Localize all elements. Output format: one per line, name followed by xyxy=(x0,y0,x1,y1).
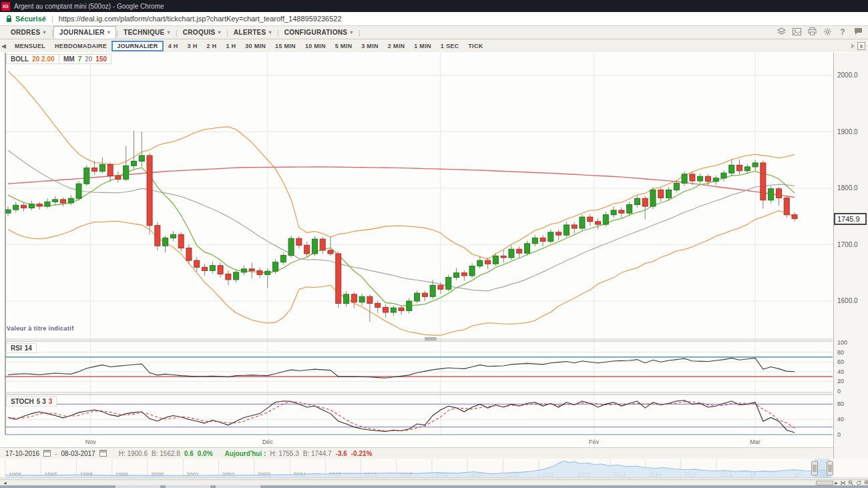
stoch-param-d: 3 xyxy=(49,398,53,405)
timeframe-4-h[interactable]: 4 H xyxy=(164,41,183,51)
ig-logo-icon: IG xyxy=(1,2,10,11)
url-bar[interactable]: Sécurisé | https://deal.ig.com/platform/… xyxy=(0,12,868,26)
padlock-icon xyxy=(6,15,12,23)
mm-period-20: 20 xyxy=(85,55,92,63)
history-timeline[interactable]: 1996199719981999200020012002200320042005… xyxy=(0,459,868,479)
price-tick-label: 1700.0 xyxy=(837,241,858,248)
scrollbar-thumb[interactable] xyxy=(816,481,833,485)
timeframe-1-h[interactable]: 1 H xyxy=(221,41,240,51)
timeframe-hebdomadaire[interactable]: HEBDOMADAIRE xyxy=(50,41,112,51)
secure-label[interactable]: Sécurisé xyxy=(15,15,46,23)
timeframe-15-min[interactable]: 15 MIN xyxy=(270,41,300,51)
price-axis[interactable]: 1745.9 2000.01900.01800.01700.01600.0100… xyxy=(833,53,868,459)
period-low: B: 1562.8 xyxy=(152,450,180,457)
rsi-tick-label: 40 xyxy=(837,369,844,375)
mm-period-150: 150 xyxy=(95,55,107,63)
today-change-pct: -0.21% xyxy=(351,450,373,457)
timeframe-mensuel[interactable]: MENSUEL xyxy=(10,41,50,51)
horizontal-scrollbar[interactable]: ◄ ► xyxy=(0,479,868,485)
svg-text:?: ? xyxy=(840,27,845,36)
period-change: 0.6 xyxy=(184,450,194,457)
price-tick-label: 1600.0 xyxy=(837,297,858,304)
rsi-legend[interactable]: RSI 14 xyxy=(6,343,37,353)
timeframe-tick[interactable]: TICK xyxy=(463,41,487,51)
taskbar-button[interactable] xyxy=(166,485,210,488)
timeframe-1-sec[interactable]: 1 SEC xyxy=(436,41,464,51)
menu-bar: ORDRES▾|JOURNALIER▾|TECHNIQUE▾|CROQUIS▾|… xyxy=(0,26,868,39)
timeframe-3-min[interactable]: 3 MIN xyxy=(357,41,383,51)
rsi-param: 14 xyxy=(25,344,32,352)
url-separator: | xyxy=(51,15,53,23)
date-dash: - xyxy=(55,450,57,457)
price-tick-label: 1800.0 xyxy=(837,184,858,192)
date-to[interactable]: 08-03-2017 xyxy=(61,450,95,457)
menu-item-ordres[interactable]: ORDRES▾ xyxy=(5,27,51,38)
mm-legend[interactable]: MM 7 20 150 xyxy=(59,54,112,64)
timeframe-2-h[interactable]: 2 H xyxy=(202,41,221,51)
today-label: Aujourd'hui : xyxy=(225,450,266,457)
printer-icon[interactable] xyxy=(807,27,817,36)
feedback-icon[interactable] xyxy=(853,27,863,36)
today-change: -3.6 xyxy=(336,450,347,457)
timeframe-bar: ◀ MENSUELHEBDOMADAIREJOURNALIER4 H3 H2 H… xyxy=(0,39,868,52)
window-title: Argent au comptant mini (500oz) - Google… xyxy=(14,3,164,10)
window-titlebar: IG Argent au comptant mini (500oz) - Goo… xyxy=(0,0,868,12)
rsi-tick-label: 100 xyxy=(837,339,847,346)
period-change-pct: 0.0% xyxy=(198,450,213,457)
menu-item-journalier[interactable]: JOURNALIER▾ xyxy=(53,26,116,39)
stoch-params: 5 3 xyxy=(37,398,46,405)
boll-params: 20 2.00 xyxy=(32,55,54,63)
menu-item-technique[interactable]: TECHNIQUE▾ xyxy=(118,27,176,38)
date-from[interactable]: 17-10-2016 xyxy=(5,450,39,457)
calendar-icon[interactable] xyxy=(99,450,107,457)
stoch-legend[interactable]: STOCH 5 3 3 xyxy=(6,397,57,407)
period-high: H: 1900.6 xyxy=(119,450,148,457)
price-tick-label: 1900.0 xyxy=(837,128,858,136)
url-text[interactable]: https://deal.ig.com/platform/chart/tickc… xyxy=(59,15,342,23)
menu-item-croquis[interactable]: CROQUIS▾ xyxy=(178,27,226,38)
last-price-box: 1745.9 xyxy=(834,213,867,225)
taskbar-button[interactable] xyxy=(216,485,260,488)
layers-icon[interactable] xyxy=(777,27,786,36)
image-icon[interactable] xyxy=(792,27,801,36)
toolbar-icons: ? xyxy=(777,27,863,36)
status-bar: 17-10-2016 - 08-03-2017 H: 1900.6 B: 156… xyxy=(0,447,833,459)
timeframe-30-min[interactable]: 30 MIN xyxy=(240,41,270,51)
stoch-tick-label: 80 xyxy=(837,401,844,407)
rsi-name: RSI xyxy=(11,344,22,352)
menu-item-alertes[interactable]: ALERTES▾ xyxy=(228,27,277,38)
indicative-value-label: Valeur à titre indicatif xyxy=(7,325,74,332)
mm-name: MM xyxy=(63,55,75,63)
timeframe-2-min[interactable]: 2 MIN xyxy=(383,41,410,51)
scroll-left-arrow-icon[interactable]: ◄ xyxy=(3,481,7,485)
menu-item-configurations[interactable]: CONFIGURATIONS▾ xyxy=(279,27,359,38)
timeframe-5-min[interactable]: 5 MIN xyxy=(331,41,357,51)
price-chart[interactable]: NovDécFévMar xyxy=(0,53,833,447)
browser-window: { "window": { "title": "Argent au compta… xyxy=(0,0,868,488)
gear-icon[interactable] xyxy=(823,27,832,36)
rsi-tick-label: 60 xyxy=(837,358,844,365)
month-label: Nov xyxy=(85,439,97,445)
boll-name: BOLL xyxy=(11,55,29,63)
close-chart-icon[interactable]: x xyxy=(857,42,865,50)
timeframe-3-h[interactable]: 3 H xyxy=(183,41,202,51)
help-icon[interactable]: ? xyxy=(838,27,847,36)
menu-separator: | xyxy=(359,29,361,37)
taskbar-strip xyxy=(0,485,868,488)
today-low: B: 1744.7 xyxy=(303,450,332,457)
scroll-left-icon[interactable]: ◀ xyxy=(1,43,6,49)
calendar-icon[interactable] xyxy=(43,450,51,457)
timeframe-1-min[interactable]: 1 MIN xyxy=(409,41,436,51)
timeframe-10-min[interactable]: 10 MIN xyxy=(300,41,331,51)
stoch-name: STOCH xyxy=(11,398,34,405)
rsi-tick-label: 0 xyxy=(837,388,841,395)
taskbar-button[interactable] xyxy=(116,485,160,488)
stoch-tick-label: 0 xyxy=(837,431,841,438)
scroll-right-arrow-icon[interactable]: ► xyxy=(834,481,839,485)
boll-legend[interactable]: BOLL 20 2.00 xyxy=(6,54,59,64)
timeframe-journalier[interactable]: JOURNALIER xyxy=(112,41,164,51)
today-high: H: 1755.3 xyxy=(270,450,298,457)
expand-right-icon[interactable] xyxy=(851,43,855,49)
stoch-tick-label: 40 xyxy=(837,416,844,423)
price-tick-label: 2000.0 xyxy=(837,71,858,79)
